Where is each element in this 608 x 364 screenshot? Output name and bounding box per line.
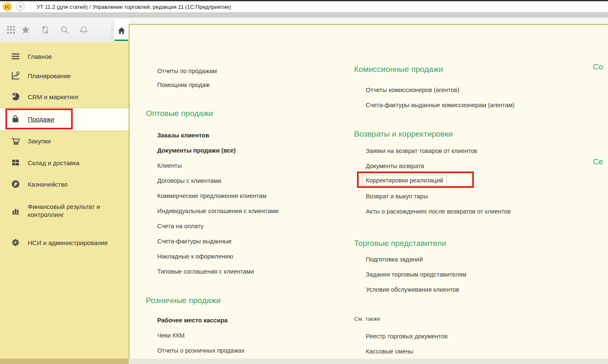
panel-link-container-return[interactable]: Возврат и выкуп тары [366,192,428,200]
sidebar-item-crm[interactable]: CRM и маркетинг [0,86,129,108]
panel-link-issued-invoices[interactable]: Счета-фактуры выданные [157,237,232,245]
app-menu-icon [6,25,16,35]
command-bar-strip [0,12,608,18]
panel-link-trade-document-registry[interactable]: Реестр торговых документов [366,332,448,340]
panel-link-kkm-receipts[interactable]: Чеки ККМ [157,331,185,340]
planning-chart-icon [10,70,21,81]
panel-link-return-documents[interactable]: Документы возврата [366,162,424,170]
shopping-bag-icon [10,113,21,124]
search-icon [60,25,70,35]
section-header-retail: Розничные продажи [146,295,221,306]
panel-link-sales-adjustments[interactable]: Корректировки реализаций [362,175,447,186]
panel-link-waybills[interactable]: Накладные к оформлению [157,252,233,261]
panel-link-rep-tasks[interactable]: Задания торговым представителям [366,270,466,279]
title-bar: 1С ▼ УТ 11.2 (для статей) / Управление т… [0,1,608,12]
sidebar-item-label: Казначейство [28,180,123,188]
sidebar-item-treasury[interactable]: ₽ Казначейство [0,173,129,195]
panel-link-return-requests[interactable]: Заявки на возврат товаров от клиентов [366,147,477,155]
panel-link-retail-sales-reports[interactable]: Отчеты о розничных продажах [157,346,244,355]
gear-icon [10,237,21,248]
sidebar-item-warehouse[interactable]: Склад и доставка [0,152,129,174]
panel-link-commission-agent-reports[interactable]: Отчеты комиссионеров (агентов) [366,86,459,94]
panel-link-sales-documents[interactable]: Документы продажи (все) [157,146,236,155]
warehouse-grid-icon [10,157,21,168]
sidebar-item-sales[interactable]: Продажи [0,108,129,130]
hamburger-icon [10,51,21,62]
section-header-clipped-bottom: Се [593,156,603,167]
home-icon [117,26,126,35]
panel-link-individual-agreements[interactable]: Индивидуальные соглашения с клиентами [157,207,279,215]
panel-link-customer-orders[interactable]: Заказы клиентов [157,131,209,140]
sidebar-item-purchases[interactable]: Закупки [0,130,129,152]
main-menu-dropdown-button[interactable]: ▼ [16,2,25,11]
section-header-commission-sales: Комиссионные продажи [354,64,443,75]
panel-link-payment-invoices[interactable]: Счета на оплату [157,222,204,230]
panel-link-sales-reports[interactable]: Отчеты по продажам [157,67,217,75]
section-header-wholesale: Оптовые продажи [146,108,213,119]
ruble-coin-icon: ₽ [10,179,21,190]
sidebar-item-label: Планирование [28,72,123,80]
section-header-clipped-top: Со [593,61,603,72]
panel-link-clients[interactable]: Клиенты [157,161,182,170]
sidebar-item-planning[interactable]: Планирование [0,65,129,87]
section-header-sales-reps: Торговые представители [354,238,446,249]
sidebar-item-label: Главное [28,53,123,61]
panel-link-discrepancy-acts[interactable]: Акты о расхождениях после возвратов от к… [366,207,511,216]
titlebar-separator [30,3,31,11]
window-bottom-edge-left [0,359,129,364]
sidebar-item-label: Закупки [28,137,123,145]
panel-link-standard-agreements[interactable]: Типовые соглашения с клиентами [157,267,254,276]
section-header-returns-adjustments: Возвраты и корректировки [354,129,453,140]
panel-link-invoices-to-agents[interactable]: Счета-фактуры выданные комиссионерам (аг… [366,101,515,109]
sales-section-dropdown-panel: Отчеты по продажам Помощник продаж Оптов… [129,24,608,364]
panel-link-cashier-workplace[interactable]: Рабочее место кассира [157,316,227,324]
sidebar-item-label: НСИ и администрирование [28,239,123,247]
panel-link-commercial-offers[interactable]: Коммерческие предложения клиентам [157,192,267,200]
panel-link-service-conditions[interactable]: Условия обслуживания клиентов [366,285,459,294]
window-title: УТ 11.2 (для статей) / Управление торгов… [37,4,231,10]
history-scroll-icon [40,25,50,35]
shopping-cart-icon [10,135,21,146]
app-menu-button[interactable] [4,23,18,37]
focused-link-outline: Корректировки реализаций [362,175,447,186]
panel-link-client-contracts[interactable]: Договоры с клиентами [157,177,221,185]
tab-home[interactable] [114,19,129,42]
sidebar-item-label: Финансовый результат и контроллинг [28,203,123,219]
toolbar-separator [112,21,112,40]
bar-chart-icon [10,205,21,216]
sidebar-item-label: CRM и маркетинг [28,93,123,101]
sidebar-item-label: Продажи [28,115,123,123]
svg-text:₽: ₽ [14,182,18,187]
history-button[interactable] [38,23,52,37]
active-tab-underline [114,40,128,41]
sidebar-item-nsi-admin[interactable]: НСИ и администрирование [0,231,129,254]
notifications-bell-icon [79,25,89,35]
see-also-header: См. также [354,315,381,323]
pie-chart-icon [10,91,21,102]
window-bottom-edge-right [129,359,608,364]
panel-link-task-preparation[interactable]: Подготовка заданий [366,255,423,264]
notifications-button[interactable] [77,23,90,37]
search-button[interactable] [58,23,71,37]
favorites-star-icon [21,25,31,35]
panel-link-cash-shifts[interactable]: Кассовые смены [366,347,413,356]
panel-link-sales-assistant[interactable]: Помощник продаж [157,81,210,89]
1c-logo: 1С [3,2,12,11]
favorites-button[interactable] [19,23,32,37]
sidebar-item-main[interactable]: Главное [0,45,129,67]
sidebar-item-label: Склад и доставка [28,159,123,167]
sidebar-item-finance[interactable]: Финансовый результат и контроллинг [0,199,129,222]
section-sidebar: Главное Планирование CRM и маркетинг Про… [0,42,129,364]
